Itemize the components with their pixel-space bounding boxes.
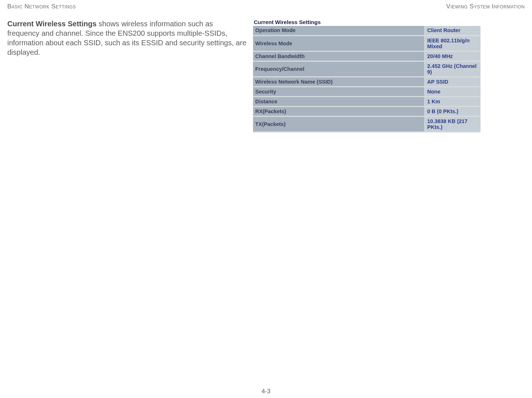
- row-value: 20/40 MHz: [425, 51, 481, 61]
- page-header: Basic Network Settings Viewing System In…: [7, 3, 525, 10]
- table-row: RX(Packets) 0 B (0 PKts.): [253, 106, 481, 116]
- table-row: Wireless Network Name (SSID) AP SSID: [253, 77, 481, 87]
- row-label: RX(Packets): [253, 106, 425, 116]
- table-row: Distance 1 Km: [253, 96, 481, 106]
- row-label: Distance: [253, 96, 425, 106]
- row-label: Channel Bandwidth: [253, 51, 425, 61]
- row-value: 1 Km: [425, 96, 481, 106]
- row-value: IEEE 802.11b/g/n Mixed: [425, 35, 481, 51]
- header-left: Basic Network Settings: [7, 3, 76, 10]
- table-row: TX(Packets) 10.3838 KB (217 PKts.): [253, 116, 481, 132]
- content-row: Current Wireless Settings shows wireless…: [7, 19, 525, 133]
- description-text: Current Wireless Settings shows wireless…: [7, 19, 246, 57]
- row-value: AP SSID: [425, 77, 481, 87]
- row-value: 2.452 GHz (Channel 9): [425, 61, 481, 77]
- table-row: Operation Mode Client Router: [253, 26, 481, 35]
- row-label: Wireless Mode: [253, 35, 425, 51]
- row-value: 10.3838 KB (217 PKts.): [425, 116, 481, 132]
- row-value: None: [425, 87, 481, 96]
- table-row: Frequency/Channel 2.452 GHz (Channel 9): [253, 61, 481, 77]
- row-label: Frequency/Channel: [253, 61, 425, 77]
- table-row: Channel Bandwidth 20/40 MHz: [253, 51, 481, 61]
- page-number: 4-3: [261, 388, 271, 395]
- table-row: Wireless Mode IEEE 802.11b/g/n Mixed: [253, 35, 481, 51]
- row-label: Security: [253, 87, 425, 96]
- description-bold: Current Wireless Settings: [7, 20, 96, 28]
- row-label: Wireless Network Name (SSID): [253, 77, 425, 87]
- wireless-settings-block: Current Wireless Settings Operation Mode…: [253, 19, 481, 133]
- row-label: Operation Mode: [253, 26, 425, 35]
- wireless-settings-table: Operation Mode Client Router Wireless Mo…: [253, 26, 481, 133]
- table-title: Current Wireless Settings: [253, 19, 481, 25]
- row-label: TX(Packets): [253, 116, 425, 132]
- table-row: Security None: [253, 87, 481, 96]
- header-right: Viewing System Information: [446, 3, 525, 10]
- row-value: Client Router: [425, 26, 481, 35]
- row-value: 0 B (0 PKts.): [425, 106, 481, 116]
